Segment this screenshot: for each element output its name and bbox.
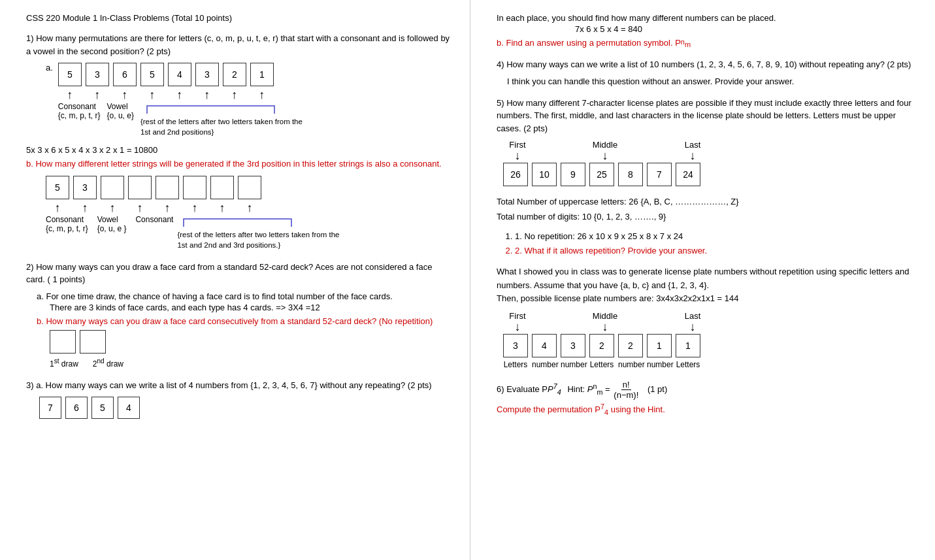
total-labels: Total Number of uppercase letters: 26 {A… — [497, 194, 915, 225]
arrow-a-3: ↑ — [113, 89, 137, 101]
vowel-label-b: Vowel — [97, 215, 127, 224]
box-5-6: 7 — [647, 163, 672, 186]
box-5-3: 9 — [561, 163, 585, 186]
repetition-answers: 1. No repetition: 26 x 10 x 9 x 25 x 8 x… — [503, 230, 915, 257]
arrow-b-1: ↑ — [46, 202, 69, 214]
part-b-diagram: 5 3 ↑ ↑ ↑ ↑ ↑ ↑ ↑ — [46, 176, 450, 250]
middle-label: Middle — [593, 140, 617, 150]
bottom-labels-row: Letters number number Letters number num… — [503, 360, 915, 369]
problem-5-section: 5) How many different 7-character licens… — [497, 97, 915, 370]
first-label-2: First — [509, 311, 525, 321]
arrow-b-7: ↑ — [210, 202, 234, 214]
part-b-text: b. How many ways can you draw a face car… — [37, 316, 450, 326]
box-a-6: 3 — [195, 63, 219, 86]
box-3-3: 5 — [91, 397, 114, 419]
draw-diagram: 1st draw 2nd draw — [50, 330, 450, 369]
fml-labels-row-2: First ↓ Middle ↓ Last ↓ — [503, 311, 915, 333]
problem-4-title: 4) How many ways can we write a list of … — [497, 58, 915, 71]
p74-symbol: P74 — [548, 384, 561, 394]
last-arrow-down-2: ↓ — [690, 321, 696, 333]
hint-pts: (1 pt) — [648, 384, 667, 394]
box-5b-4: 2 — [589, 334, 614, 357]
arrow-b-2: ↑ — [73, 202, 97, 214]
arrow-a-2: ↑ — [86, 89, 109, 101]
box-b-1: 5 — [46, 176, 69, 199]
arrow-row-b: ↑ ↑ ↑ ↑ ↑ ↑ ↑ ↑ — [46, 202, 450, 214]
problem-2-b: b. How many ways can you draw a face car… — [37, 316, 450, 369]
license-intro-2: Then, possible license plate numbers are… — [497, 292, 915, 306]
bracket-svg-a — [140, 102, 284, 116]
hint-equals: = — [605, 384, 612, 394]
rest-label-b: {rest of the letters after two letters t… — [177, 229, 347, 250]
problem-3-title: 3) a. How many ways can we write a list … — [26, 379, 450, 392]
problem-2-title: 2) How many ways can you draw a face car… — [26, 261, 450, 286]
arrow-a-5: ↑ — [168, 89, 191, 101]
part-a-answer: There are 3 kinds of face cards, and eac… — [50, 303, 450, 312]
arrow-b-6: ↑ — [183, 202, 206, 214]
consonant-label-b: Consonant — [46, 215, 88, 224]
hint-fraction: n! (n−m)! — [612, 384, 642, 394]
box-3-2: 6 — [65, 397, 88, 419]
first-label: First — [509, 140, 525, 150]
part-a-label: a. — [46, 63, 53, 73]
vowel-set-b: {o, u, e } — [97, 224, 127, 233]
box-5b-5: 2 — [618, 334, 643, 357]
box-5b-2: 4 — [532, 334, 557, 357]
calc-intro: 7x 6 x 5 x 4 = 840 — [575, 24, 915, 34]
box-a-1: 5 — [58, 63, 82, 86]
vowel-set: {o, u, e} — [107, 111, 134, 120]
box-b-5 — [156, 176, 179, 199]
box-5-5: 8 — [618, 163, 643, 186]
intro-line1: In each place, you should find how many … — [497, 13, 915, 23]
no-repeat-item: 1. No repetition: 26 x 10 x 9 x 25 x 8 x… — [515, 230, 915, 243]
license-intro-1: What I showed you in class was to genera… — [497, 265, 915, 293]
blabel-6: number — [647, 360, 672, 369]
box-a-8: 1 — [250, 63, 274, 86]
draw-box-2 — [80, 330, 106, 354]
rest-label: {rest of the letters after two letters t… — [140, 116, 310, 137]
boxes-row-5b: 3 4 3 2 2 1 1 — [503, 334, 915, 357]
box-5-2: 10 — [532, 163, 557, 186]
with-repeat-item: 2. What if it allows repetition? Provide… — [515, 244, 915, 257]
last-label: Last — [685, 140, 701, 150]
calc-a: 5x 3 x 6 x 5 x 4 x 3 x 2 x 1 = 10800 — [26, 145, 450, 155]
box-b-6 — [183, 176, 206, 199]
vowel-label: Vowel — [107, 102, 128, 111]
arrow-a-8: ↑ — [250, 89, 274, 101]
part-b-title: b. How many different letter strings wil… — [26, 157, 450, 171]
blabel-4: Letters — [589, 360, 614, 369]
consonant-label: Consonant — [58, 102, 96, 111]
draw-boxes — [50, 330, 106, 354]
problem-1-title: 1) How many permutations are there for l… — [26, 32, 450, 58]
box-5b-1: 3 — [503, 334, 528, 357]
problem-1-section: 1) How many permutations are there for l… — [26, 32, 450, 250]
box-5-7: 24 — [676, 163, 700, 186]
draw-label-1: 1st draw — [50, 357, 78, 369]
arrow-b-4: ↑ — [128, 202, 152, 214]
total-digits-label: Total number of digits: 10 {0, 1, 2, 3, … — [497, 209, 915, 224]
problem-2-section: 2) How many ways can you draw a face car… — [26, 261, 450, 369]
boxes-row-3: 7 6 5 4 — [39, 397, 450, 419]
labels-row-b: Consonant {c, m, p, t, r} Vowel {o, u, e… — [46, 215, 450, 250]
bracket-svg-b — [177, 215, 298, 229]
blabel-1: Letters — [503, 360, 528, 369]
arrow-b-8: ↑ — [238, 202, 261, 214]
first-arrow-down-2: ↓ — [515, 321, 521, 333]
blabel-2: number — [532, 360, 557, 369]
fml-labels-row: First ↓ Middle ↓ Las — [503, 140, 915, 161]
middle-label-2: Middle — [593, 311, 617, 321]
box-a-3: 6 — [113, 63, 137, 86]
problem-2-a: a. For one time draw, the chance of havi… — [37, 291, 450, 312]
consonant-set-b: {c, m, p, t, r} — [46, 224, 88, 233]
box-b-7 — [210, 176, 234, 199]
problem-6-section: 6) Evaluate PP74 Hint: Pnm = n! (n−m)! (… — [497, 380, 915, 416]
middle-arrow-down-2: ↓ — [602, 321, 608, 333]
fml-diagram: First ↓ Middle ↓ Las — [503, 140, 915, 186]
box-5b-6: 1 — [647, 334, 672, 357]
part-b-permutation: b. Find an answer using a permutation sy… — [497, 38, 915, 48]
problem-6-title-row: 6) Evaluate PP74 Hint: Pnm = n! (n−m)! (… — [497, 380, 915, 400]
arrow-a-6: ↑ — [195, 89, 219, 101]
consonant-set: {c, m, p, t, r} — [58, 111, 101, 120]
box-5-1: 26 — [503, 163, 528, 186]
box-b-4 — [128, 176, 152, 199]
